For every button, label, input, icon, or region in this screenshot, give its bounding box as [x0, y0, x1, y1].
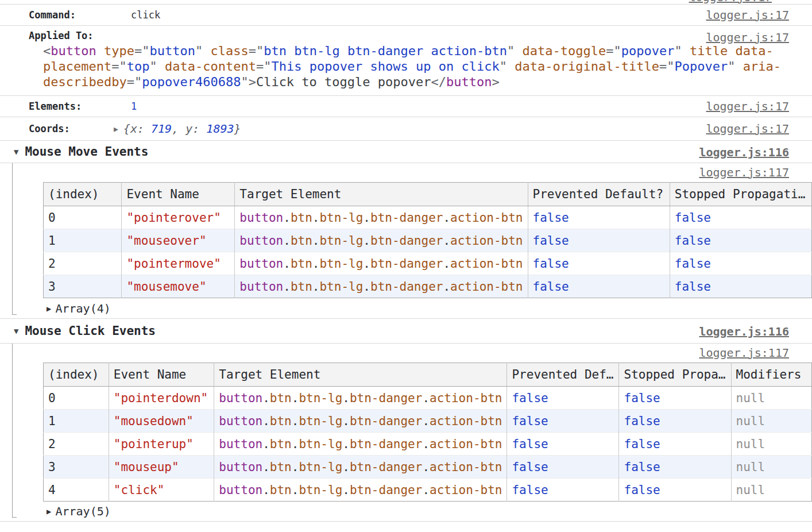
column-header[interactable]: Prevented Default?	[528, 183, 670, 206]
table-cell: "mouseup"	[109, 456, 214, 479]
code-token-p	[96, 44, 104, 58]
source-location-link[interactable]: logger.js:17	[689, 0, 772, 4]
source-location-link[interactable]: logger.js:116	[699, 145, 789, 159]
selector-dot: .	[262, 483, 270, 497]
disclosure-triangle-collapsed-icon[interactable]: ▶	[47, 507, 51, 516]
code-token-p: "	[674, 44, 690, 58]
code-token-p: >	[492, 75, 500, 89]
selector-dot: .	[292, 414, 299, 428]
column-header[interactable]: Stopped Propagati…	[670, 183, 811, 206]
column-header[interactable]: Event Name	[122, 183, 235, 206]
array-summary-label[interactable]: Array(4)	[55, 302, 110, 315]
source-location-link[interactable]: logger.js:117	[699, 346, 789, 360]
selector-class: action-btn	[430, 483, 502, 497]
table-cell: false	[507, 410, 619, 433]
coord-x-value: 719	[151, 122, 172, 136]
disclosure-triangle-expanded-icon[interactable]: ▼	[14, 326, 18, 336]
table-row: 0"pointerover"button.btn.btn-lg.btn-dang…	[44, 206, 812, 229]
table-cell: false	[507, 456, 619, 479]
selector-class: btn-lg	[299, 437, 342, 451]
code-token-t: button	[446, 75, 492, 89]
selector-class: btn-danger	[350, 391, 422, 405]
html-element-preview[interactable]: <button type="button" class="btn btn-lg …	[43, 43, 812, 90]
disclosure-triangle-collapsed-icon[interactable]: ▶	[114, 125, 118, 133]
code-token-p: ="	[111, 59, 127, 74]
table-cell: false	[528, 275, 670, 298]
disclosure-triangle-collapsed-icon[interactable]: ▶	[47, 304, 51, 313]
array-summary-label[interactable]: Array(5)	[55, 504, 110, 518]
code-token-a: class	[210, 44, 248, 58]
table-cell: button.btn.btn-lg.btn-danger.action-btn	[214, 456, 507, 479]
group-title[interactable]: Mouse Click Events	[25, 324, 156, 338]
selector-class: btn	[270, 460, 292, 474]
source-location-link[interactable]: logger.js:116	[699, 325, 789, 338]
selector-class: btn-danger	[350, 483, 422, 497]
selector-dot: .	[292, 460, 299, 474]
group-header-mouse-click-events[interactable]: ▼ Mouse Click Events logger.js:116	[0, 319, 812, 344]
table-cell: button.btn.btn-lg.btn-danger.action-btn	[235, 206, 528, 229]
code-token-p: ">	[241, 75, 256, 89]
table-cell: false	[670, 229, 811, 252]
selector-class: btn	[291, 280, 312, 294]
code-line: <button type="button" class="btn btn-lg …	[43, 43, 812, 59]
table-cell: 2	[44, 252, 122, 275]
table-cell: false	[670, 275, 811, 298]
group-body-mouse-move-events: logger.js:117 (index)Event NameTarget El…	[0, 163, 812, 319]
source-location-link[interactable]: logger.js:17	[706, 122, 790, 136]
column-header[interactable]: (index)	[44, 183, 122, 206]
source-location-link[interactable]: logger.js:17	[706, 8, 790, 22]
group-header-mouse-move-events[interactable]: ▼ Mouse Move Events logger.js:116	[0, 141, 812, 163]
array-summary[interactable]: ▶ Array(4)	[0, 298, 812, 318]
selector-dot: .	[443, 280, 450, 294]
selector-class: btn-lg	[319, 280, 363, 294]
selector-dot: .	[443, 211, 450, 225]
selector-dot: .	[422, 414, 430, 428]
selector-dot: .	[363, 211, 370, 225]
selector-class: action-btn	[430, 460, 502, 474]
selector-class: action-btn	[430, 437, 502, 451]
source-location-link[interactable]: logger.js:17	[706, 99, 790, 113]
selector-dot: .	[283, 211, 291, 225]
column-header[interactable]: Event Name	[109, 363, 214, 387]
table-cell: "pointerover"	[122, 206, 235, 229]
column-header[interactable]: Target Element	[214, 363, 507, 387]
column-header[interactable]: Modifiers	[731, 363, 811, 387]
disclosure-triangle-expanded-icon[interactable]: ▼	[14, 147, 18, 156]
column-header[interactable]: Prevented Def…	[507, 363, 619, 387]
selector-class: btn-lg	[299, 414, 342, 428]
selector-dot: .	[363, 280, 370, 294]
selector-class: btn	[291, 234, 312, 248]
selector-tag: button	[239, 257, 283, 271]
code-token-p: </	[431, 75, 447, 89]
group-title[interactable]: Mouse Move Events	[25, 145, 148, 159]
selector-tag: button	[239, 234, 283, 248]
column-header[interactable]: Stopped Propa…	[619, 363, 731, 387]
code-token-a: data-	[735, 44, 773, 58]
column-header[interactable]: (index)	[44, 363, 109, 387]
selector-dot: .	[363, 257, 370, 271]
table-cell: false	[528, 252, 670, 275]
coords-object-preview[interactable]: {x: 719, y: 1893}	[123, 122, 241, 136]
source-location-link[interactable]: logger.js:117	[699, 165, 789, 179]
code-token-a: placement	[43, 59, 111, 74]
table-source-row: logger.js:117	[0, 163, 812, 182]
code-token-a: type	[104, 44, 134, 58]
console-table-mouse-click: (index)Event NameTarget ElementPrevented…	[43, 363, 812, 502]
code-token-v: top	[127, 59, 150, 74]
table-cell: button.btn.btn-lg.btn-danger.action-btn	[235, 229, 528, 252]
console-message-coords: Coords: ▶ {x: 719, y: 1893} logger.js:17	[0, 117, 812, 141]
code-token-p: ="	[249, 44, 264, 58]
code-line: describedby="popover460688">Click to tog…	[43, 74, 812, 90]
table-cell: null	[731, 410, 811, 433]
console-message-applied-to: Applied To: logger.js:17 <button type="b…	[0, 26, 812, 96]
code-token-p: "	[149, 59, 165, 74]
code-token-p: ="	[134, 44, 150, 58]
selector-class: btn	[270, 437, 292, 451]
group-body-mouse-click-events: logger.js:117 (index)Event NameTarget El…	[0, 344, 812, 522]
source-location-link[interactable]: logger.js:17	[706, 30, 790, 44]
console-message-elements: Elements: 1 logger.js:17	[0, 96, 812, 117]
array-summary[interactable]: ▶ Array(5)	[0, 502, 812, 521]
table-cell: false	[670, 252, 811, 275]
column-header[interactable]: Target Element	[235, 183, 528, 206]
selector-class: action-btn	[450, 257, 523, 271]
